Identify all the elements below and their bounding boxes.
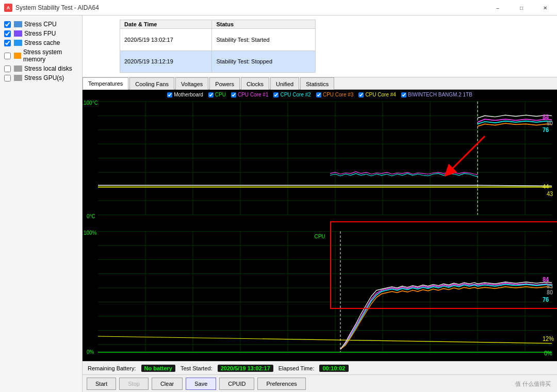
legend-core3-label: CPU Core #3 [323,92,353,97]
svg-text:0%: 0% [87,349,94,355]
svg-text:84: 84 [543,275,549,283]
log-row-1: 2020/5/19 13:02:17 Stability Test: Start… [120,29,316,51]
tab-statistics[interactable]: Statistics [300,77,334,90]
stress-gpu-checkbox[interactable] [4,75,11,81]
svg-text:43: 43 [547,190,553,198]
legend-core2-label: CPU Core #2 [280,92,310,97]
svg-rect-29 [83,225,557,361]
legend-mb-check[interactable] [167,92,172,97]
start-button[interactable]: Start [87,378,116,390]
svg-text:12%: 12% [543,335,554,342]
legend-ssd-check[interactable] [401,92,406,97]
stress-fpu-checkbox[interactable] [4,30,11,37]
stress-item-fpu: Stress FPU [0,29,82,38]
stress-cpu-label: Stress CPU [24,21,57,28]
tab-temperatures[interactable]: Temperatures [83,77,128,90]
status-bar: Remaining Battery: No battery Test Start… [83,361,557,374]
legend-ssd: BIWINTECH BANGM.2 1TB [401,92,472,97]
close-button[interactable]: ✕ [533,0,557,15]
stress-item-cpu: Stress CPU [0,20,82,29]
stress-fpu-label: Stress FPU [24,30,56,37]
app-icon: A [4,4,12,12]
svg-text:0°C: 0°C [87,213,95,220]
svg-rect-0 [83,90,557,225]
chart-area: Motherboard CPU CPU Core #1 CPU Core #2 … [83,90,557,361]
legend-core3-check[interactable] [316,92,321,97]
footer: Start Stop Clear Save CPUID Preferences … [83,374,557,392]
mem-icon [14,53,21,59]
legend-core4: CPU Core #4 [358,92,396,97]
cpu-icon [14,21,22,27]
svg-text:76: 76 [543,296,549,303]
stress-disk-checkbox[interactable] [4,66,11,72]
gpu-icon [14,75,22,81]
tab-voltages[interactable]: Voltages [175,77,208,90]
legend-core3: CPU Core #3 [316,92,353,97]
log-status-1: Stability Test: Started [212,29,316,51]
stress-cache-checkbox[interactable] [4,40,11,46]
legend-ssd-label: BIWINTECH BANGM.2 1TB [408,92,472,97]
tab-powers[interactable]: Powers [209,77,240,90]
test-started-label: Test Started: [181,365,212,371]
stress-item-mem: Stress system memory [0,47,82,64]
legend-core4-label: CPU Core #4 [365,92,396,97]
svg-text:80: 80 [547,119,553,127]
stress-item-gpu: Stress GPU(s) [0,73,82,83]
main-content: Stress CPU Stress FPU Stress cache Stres… [0,15,557,392]
legend-cpu-check[interactable] [208,92,214,97]
svg-text:100%: 100% [84,230,97,236]
maximize-button[interactable]: □ [510,0,533,15]
legend-motherboard: Motherboard [167,92,203,97]
cpuid-button[interactable]: CPUID [219,378,254,390]
window-controls: – □ ✕ [486,0,557,15]
legend-core1: CPU Core #1 [231,92,268,97]
tab-clocks[interactable]: Clocks [241,77,269,90]
legend-core2-check[interactable] [273,92,278,97]
tab-bar: Temperatures Cooling Fans Voltages Power… [83,77,557,90]
svg-text:0%: 0% [544,349,552,357]
log-table: Date & Time Status 2020/5/19 13:02:17 St… [120,20,316,73]
remaining-battery-label: Remaining Battery: [88,365,136,371]
chart-legend: Motherboard CPU CPU Core #1 CPU Core #2 … [167,92,472,97]
legend-core1-label: CPU Core #1 [238,92,268,97]
watermark: 值 什么值得买 [515,380,551,388]
svg-text:44: 44 [543,183,549,190]
info-table: Date & Time Status 2020/5/19 13:02:17 St… [83,15,557,77]
log-row-2: 2020/5/19 13:12:19 Stability Test: Stopp… [120,51,316,73]
left-panel: Stress CPU Stress FPU Stress cache Stres… [0,15,83,392]
cache-icon [14,40,22,46]
stress-cpu-checkbox[interactable] [4,21,11,28]
stress-item-disk: Stress local disks [0,64,82,73]
log-status-2: Stability Test: Stopped [212,51,316,73]
title-bar: A System Stability Test - AIDA64 – □ ✕ [0,0,557,15]
svg-text:80: 80 [547,288,553,296]
window-title: System Stability Test - AIDA64 [15,4,99,11]
legend-cpu-label: CPU [215,92,226,97]
legend-core2: CPU Core #2 [273,92,310,97]
preferences-button[interactable]: Preferences [257,378,305,390]
log-datetime-2: 2020/5/19 13:12:19 [120,51,212,73]
legend-core4-check[interactable] [358,92,364,97]
legend-cpu: CPU [208,92,226,97]
svg-text:100°C: 100°C [84,99,98,106]
elapsed-time-badge: 00:10:02 [319,365,348,372]
bottom-usage-chart: CPU 100% 0% 84 83 8 [83,225,557,361]
log-datetime-1: 2020/5/19 13:02:17 [120,29,212,51]
disk-icon [14,66,22,72]
tab-cooling-fans[interactable]: Cooling Fans [129,77,174,90]
tab-unified[interactable]: Unified [270,77,299,90]
stress-mem-label: Stress system memory [23,48,78,63]
minimize-button[interactable]: – [486,0,510,15]
right-panel: Date & Time Status 2020/5/19 13:02:17 St… [83,15,557,392]
fpu-icon [14,30,22,37]
stress-disk-label: Stress local disks [24,65,72,72]
save-button[interactable]: Save [186,378,216,390]
legend-core1-check[interactable] [231,92,236,97]
stress-gpu-label: Stress GPU(s) [24,74,64,81]
elapsed-time-label: Elapsed Time: [278,365,315,371]
test-started-badge: 2020/5/19 13:02:17 [218,365,273,372]
battery-badge: No battery [141,365,175,372]
stop-button[interactable]: Stop [119,378,149,390]
stress-mem-checkbox[interactable] [4,53,11,59]
clear-button[interactable]: Clear [152,378,183,390]
